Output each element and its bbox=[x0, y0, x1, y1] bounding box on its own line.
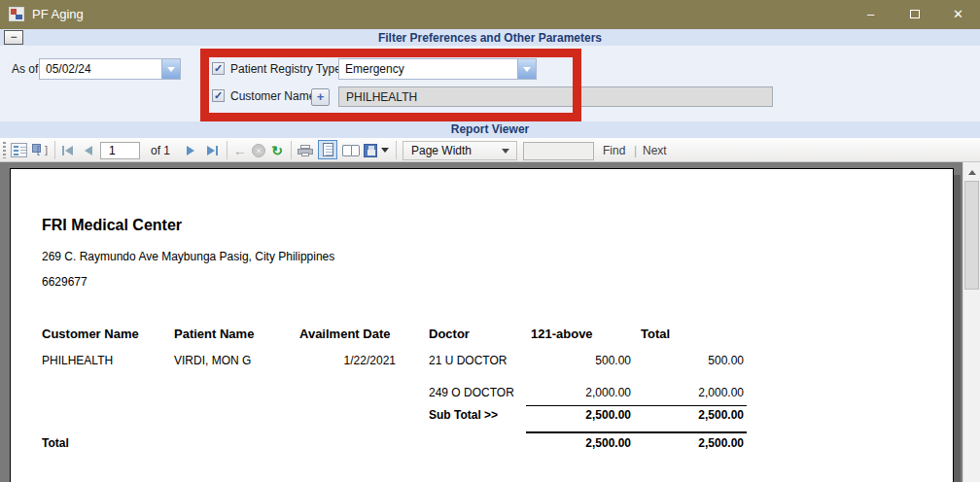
back-button[interactable]: ← bbox=[232, 141, 248, 159]
collapse-filter-button[interactable]: − bbox=[4, 30, 23, 45]
column-header-availment-date: Availment Date bbox=[299, 327, 419, 341]
cell-customer bbox=[42, 386, 174, 399]
vertical-scrollbar[interactable] bbox=[962, 162, 980, 482]
print-layout-button[interactable] bbox=[317, 140, 338, 158]
refresh-button[interactable]: ↻ bbox=[269, 141, 285, 159]
subtotal-121-above: 2,500.00 bbox=[526, 408, 633, 422]
toolbar-separator bbox=[54, 141, 55, 159]
title-bar: PF Aging – ✕ bbox=[0, 0, 980, 28]
report-company-address: 269 C. Raymundo Ave Maybunga Pasig, City… bbox=[42, 250, 334, 263]
zoom-selected-value: Page Width bbox=[403, 144, 502, 157]
report-page: FRI Medical Center 269 C. Raymundo Ave M… bbox=[10, 168, 954, 482]
next-page-button[interactable] bbox=[184, 141, 197, 159]
patient-registry-type-select[interactable]: Emergency bbox=[338, 58, 537, 80]
toolbar-separator bbox=[291, 141, 292, 159]
as-of-date-value: 05/02/24 bbox=[40, 62, 161, 76]
first-page-button[interactable] bbox=[59, 141, 75, 159]
find-button[interactable]: Find bbox=[603, 144, 625, 157]
table-row: PHILHEALTH VIRDI, MON G 1/22/2021 21 U D… bbox=[42, 354, 747, 367]
patient-registry-type-label: Patient Registry Type bbox=[230, 62, 341, 76]
maximize-button[interactable] bbox=[892, 0, 936, 28]
column-header-patient-name: Patient Name bbox=[174, 327, 299, 341]
cell-availment-date: 1/22/2021 bbox=[299, 354, 419, 367]
grand-total-rule bbox=[526, 431, 747, 433]
print-icon bbox=[298, 145, 313, 156]
subtotal-row: Sub Total >> 2,500.00 2,500.00 bbox=[42, 408, 747, 422]
document-map-button[interactable] bbox=[10, 141, 28, 159]
table-row: 249 O DOCTOR 2,000.00 2,000.00 bbox=[42, 386, 747, 399]
patient-registry-type-checkbox[interactable]: ✓ bbox=[212, 62, 225, 75]
last-page-icon bbox=[216, 146, 218, 155]
as-of-date-picker[interactable]: 05/02/24 bbox=[39, 58, 181, 80]
find-next-divider: | bbox=[634, 144, 637, 157]
grand-total-121-above: 2,500.00 bbox=[526, 436, 633, 450]
customer-name-field[interactable]: PHILHEALTH bbox=[338, 86, 773, 107]
column-header-121-above: 121-above bbox=[526, 327, 633, 341]
find-text-input[interactable] bbox=[523, 142, 594, 160]
first-page-icon bbox=[62, 146, 64, 155]
grand-total-total: 2,500.00 bbox=[633, 436, 747, 450]
report-company-phone: 6629677 bbox=[42, 275, 88, 289]
cell-customer: PHILHEALTH bbox=[42, 354, 174, 367]
print-button[interactable] bbox=[297, 141, 314, 159]
cell-121-above: 2,000.00 bbox=[526, 386, 633, 399]
filter-panel: As of 05/02/24 ✓ Patient Registry Type E… bbox=[0, 46, 980, 121]
page-setup-button[interactable] bbox=[341, 141, 361, 159]
zoom-select[interactable]: Page Width bbox=[402, 141, 517, 160]
scroll-up-icon[interactable] bbox=[963, 164, 980, 180]
cell-patient: VIRDI, MON G bbox=[174, 354, 299, 367]
close-button[interactable]: ✕ bbox=[936, 0, 980, 28]
grand-total-row: Total 2,500.00 2,500.00 bbox=[42, 436, 747, 450]
add-customer-button[interactable]: + bbox=[311, 88, 330, 106]
page-count-label: of 1 bbox=[151, 144, 170, 157]
page-number-input[interactable] bbox=[100, 142, 140, 159]
cell-total: 500.00 bbox=[633, 354, 747, 367]
column-header-customer-name: Customer Name bbox=[42, 327, 174, 341]
cell-patient bbox=[174, 386, 299, 399]
as-of-dropdown-icon[interactable] bbox=[161, 59, 180, 79]
toolbar-grip[interactable] bbox=[3, 142, 6, 158]
parameters-button[interactable]: [ ] bbox=[31, 141, 50, 159]
patient-registry-dropdown-icon[interactable] bbox=[517, 59, 536, 79]
cell-availment-date bbox=[299, 386, 419, 399]
customer-name-label: Customer Name bbox=[230, 89, 315, 103]
toolbar-separator bbox=[396, 141, 397, 159]
filter-section-header: Filter Preferences and Other Parameters bbox=[0, 28, 980, 46]
parameters-icon: [ ] bbox=[32, 143, 49, 157]
scrollbar-thumb[interactable] bbox=[964, 181, 979, 290]
zoom-dropdown-icon bbox=[502, 149, 509, 154]
first-page-arrow-icon bbox=[65, 146, 73, 155]
column-header-total: Total bbox=[633, 327, 747, 341]
export-button[interactable] bbox=[364, 141, 389, 159]
next-page-icon bbox=[187, 146, 194, 155]
report-company-name: FRI Medical Center bbox=[42, 217, 182, 234]
as-of-label: As of bbox=[12, 62, 38, 76]
previous-page-icon bbox=[85, 146, 92, 155]
print-layout-icon bbox=[318, 140, 337, 159]
stop-icon: ✕ bbox=[252, 144, 265, 157]
subtotal-label: Sub Total >> bbox=[419, 408, 526, 422]
stop-button[interactable]: ✕ bbox=[251, 141, 266, 159]
last-page-button[interactable] bbox=[204, 141, 220, 159]
report-table-header: Customer Name Patient Name Availment Dat… bbox=[42, 327, 747, 341]
last-page-arrow-icon bbox=[207, 146, 215, 155]
minimize-button[interactable]: – bbox=[849, 0, 892, 28]
cell-121-above: 500.00 bbox=[526, 354, 633, 367]
window-title: PF Aging bbox=[32, 7, 84, 21]
next-button[interactable]: Next bbox=[643, 144, 667, 157]
report-toolbar: [ ] of 1 ← ✕ ↻ Page Width Find | Next bbox=[0, 138, 980, 162]
report-viewer-header: Report Viewer bbox=[0, 121, 980, 138]
customer-name-checkbox[interactable]: ✓ bbox=[212, 89, 225, 102]
grand-total-label: Total bbox=[42, 436, 174, 450]
page-setup-icon bbox=[342, 145, 360, 156]
export-dropdown-icon bbox=[381, 148, 389, 153]
subtotal-rule bbox=[526, 405, 747, 406]
subtotal-total: 2,500.00 bbox=[633, 408, 747, 422]
maximize-icon bbox=[910, 10, 920, 18]
patient-registry-type-value: Emergency bbox=[339, 62, 517, 76]
previous-page-button[interactable] bbox=[82, 141, 95, 159]
cell-total: 2,000.00 bbox=[633, 386, 747, 399]
report-viewport: FRI Medical Center 269 C. Raymundo Ave M… bbox=[0, 162, 980, 482]
cell-doctor: 249 O DOCTOR bbox=[419, 386, 526, 399]
save-icon bbox=[364, 144, 377, 157]
